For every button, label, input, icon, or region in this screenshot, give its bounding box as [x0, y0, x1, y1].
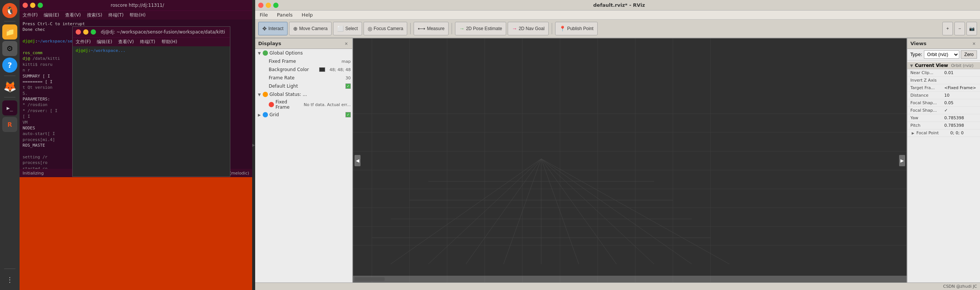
terminal-float-menu-edit[interactable]: 编辑(E) [97, 39, 112, 45]
focal-point-toggle-area[interactable]: ▶ [910, 130, 916, 136]
displays-panel-close-btn[interactable]: × [343, 41, 349, 47]
publish-point-label: Publish Point [567, 26, 593, 31]
measure-button[interactable]: ⟷ Measure [414, 22, 449, 35]
interact-button[interactable]: ✥ Interact [258, 22, 288, 35]
publish-point-button[interactable]: 📍 Publish Point [555, 22, 598, 35]
svg-rect-0 [353, 38, 907, 282]
rviz-menu-panels[interactable]: Panels [275, 11, 294, 18]
select-button[interactable]: ⬜ Select [333, 22, 362, 35]
focus-camera-button[interactable]: ◎ Focus Camera [364, 22, 407, 35]
frame-rate-value: 30 [345, 76, 351, 81]
dock-ubuntu-icon[interactable]: 🐧 [2, 3, 18, 18]
terminal-float-prompt: dj@dj:~/workspace... [76, 48, 227, 54]
terminal-status-left: Initializing [22, 171, 44, 176]
dock-rviz-icon[interactable]: R [2, 117, 18, 132]
rviz-3d-viewport[interactable]: ◀ ▶ [353, 38, 907, 282]
background-color-swatch[interactable] [319, 67, 325, 72]
nav-goal-button[interactable]: → 2D Nav Goal [508, 22, 549, 35]
grid-toggle[interactable]: ▶ [257, 112, 262, 117]
dock-settings-icon[interactable]: ⚙ [2, 41, 18, 56]
terminal-float-menu-view[interactable]: 查看(V) [118, 39, 134, 45]
rviz-win-buttons [258, 3, 278, 8]
displays-panel-header: Displays × [255, 38, 352, 49]
grid-checkbox[interactable]: ✓ [345, 112, 351, 117]
terminal-float-menu-file[interactable]: 文件(F) [76, 39, 91, 45]
gs-fixed-spacer [262, 102, 268, 107]
terminal-main-min-btn[interactable] [30, 3, 35, 8]
views-panel-close-btn[interactable]: × [971, 41, 977, 47]
terminal-menu-help[interactable]: 帮助(H) [129, 12, 145, 18]
global-status-fixed-frame-row[interactable]: Fixed Frame No tf data. Actual err... [255, 98, 352, 111]
viewport-scroll-handle[interactable] [355, 277, 385, 281]
terminal-menu-search[interactable]: 搜索(S) [87, 12, 102, 18]
terminal-float-win-buttons [76, 29, 96, 35]
viewport-right-arrow[interactable]: ▶ [899, 155, 905, 166]
dock-files-icon[interactable]: 📁 [2, 24, 18, 40]
focal-point-toggle[interactable]: ▶ [910, 130, 916, 136]
desktop-splitter[interactable]: ▶ [252, 0, 255, 290]
terminal-main-close-btn[interactable] [22, 3, 28, 8]
current-view-label: Current View [915, 63, 948, 68]
terminal-float-menu-help[interactable]: 帮助(H) [161, 39, 177, 45]
global-options-row[interactable]: ▼ Global Options [255, 49, 352, 57]
target-frame-label: Target Fra... [910, 86, 944, 90]
focal-shape-1-row: Focal Shap... 0.05 [907, 99, 980, 107]
fixed-frame-value: map [342, 59, 351, 64]
target-frame-value[interactable]: <Fixed Frame> [944, 86, 977, 90]
pitch-value[interactable]: 0.785398 [944, 123, 977, 128]
invert-z-label: Invert Z Axis [910, 78, 944, 83]
rviz-menu-file[interactable]: File [258, 11, 269, 18]
focal-shape-2-value[interactable]: ✓ [944, 108, 977, 113]
add-toolbar-btn[interactable]: + [942, 22, 953, 35]
global-status-toggle[interactable]: ▼ [257, 92, 262, 97]
terminal-main-max-btn[interactable] [38, 3, 43, 8]
fixed-frame-spacer [262, 59, 268, 64]
global-status-icon [262, 92, 268, 97]
pose-estimate-button[interactable]: → 2D Pose Estimate [455, 22, 506, 35]
nav-goal-label: 2D Nav Goal [519, 26, 544, 31]
terminal-float-menu-terminal[interactable]: 终端(T) [140, 39, 156, 45]
rviz-menu-help[interactable]: Help [300, 11, 315, 18]
dock-terminal-icon[interactable]: ▶_ [2, 100, 18, 116]
focal-shape-1-value[interactable]: 0.05 [944, 100, 977, 105]
move-camera-button[interactable]: ⊕ Move Camera [289, 22, 332, 35]
default-light-row[interactable]: Default Light ✓ [255, 82, 352, 90]
current-view-toggle[interactable]: ▼ [909, 63, 914, 68]
dock-firefox-icon[interactable]: 🦊 [2, 79, 18, 94]
current-view-type: Orbit (rviz) [951, 63, 973, 68]
terminal-float-menubar: 文件(F) 编辑(E) 查看(V) 终端(T) 帮助(H) [73, 37, 230, 46]
terminal-menu-edit[interactable]: 编辑(E) [44, 12, 59, 18]
viewport-bottom-bar [353, 276, 907, 282]
near-clip-value[interactable]: 0.01 [944, 70, 977, 75]
terminal-menu-view[interactable]: 查看(V) [65, 12, 81, 18]
global-options-toggle[interactable]: ▼ [257, 51, 262, 55]
default-light-checkbox[interactable]: ✓ [345, 84, 351, 89]
remove-toolbar-btn[interactable]: − [955, 22, 965, 35]
terminal-float-close-btn[interactable] [76, 29, 81, 35]
yaw-value[interactable]: 0.785398 [944, 116, 977, 120]
background-color-row[interactable]: Background Color 48; 48; 48 [255, 65, 352, 74]
dock-apps-icon[interactable]: ⋮ [2, 272, 18, 287]
distance-value[interactable]: 10 [944, 93, 977, 98]
global-status-row[interactable]: ▼ Global Status: ... [255, 90, 352, 98]
camera-toolbar-btn[interactable]: 📷 [966, 22, 977, 35]
terminal-menu-terminal[interactable]: 终端(T) [108, 12, 124, 18]
fixed-frame-row[interactable]: Fixed Frame map [255, 57, 352, 65]
terminal-float-max-btn[interactable] [91, 29, 96, 35]
rviz-close-btn[interactable] [258, 3, 263, 8]
views-content: Type: Orbit (rviz) Zero ▼ Current View O… [907, 49, 980, 282]
grid-row[interactable]: ▶ Grid ✓ [255, 111, 352, 119]
views-current-view-header[interactable]: ▼ Current View Orbit (rviz) [907, 62, 980, 69]
views-zero-btn[interactable]: Zero [961, 51, 977, 59]
terminal-float-titlebar: dj@dj: ~/workspace/sensor-fusion/workspa… [73, 27, 230, 37]
terminal-float-min-btn[interactable] [83, 29, 88, 35]
frame-rate-row[interactable]: Frame Rate 30 [255, 74, 352, 82]
rviz-max-btn[interactable] [273, 3, 278, 8]
dock-help-icon[interactable]: ? [2, 57, 18, 73]
views-type-select[interactable]: Orbit (rviz) [924, 51, 960, 59]
terminal-menu-file[interactable]: 文件(F) [22, 12, 38, 18]
rviz-main-area: Displays × ▼ Global Options Fixed Frame … [255, 38, 980, 282]
terminal-float-window: dj@dj: ~/workspace/sensor-fusion/workspa… [72, 26, 230, 177]
rviz-min-btn[interactable] [266, 3, 271, 8]
viewport-left-arrow[interactable]: ◀ [355, 155, 361, 166]
